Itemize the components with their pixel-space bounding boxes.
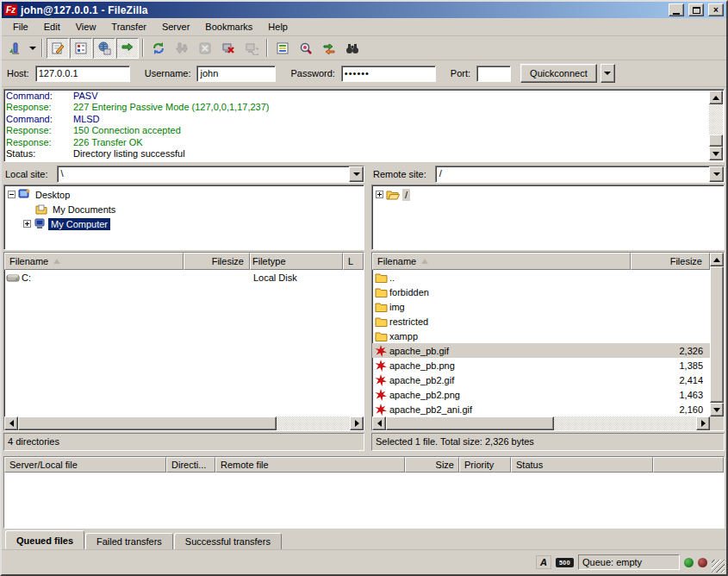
file-row[interactable]: img [372, 299, 710, 314]
local-site-combobox[interactable]: \ [57, 166, 364, 183]
toggle-queue-button[interactable] [116, 38, 139, 59]
local-directory-tree[interactable]: Desktop My Documents My Computer [3, 185, 364, 250]
image-file-icon [375, 374, 387, 386]
local-horizontal-scrollbar[interactable] [4, 416, 364, 430]
scroll-down-button[interactable] [709, 147, 723, 160]
column-header-remote-file[interactable]: Remote file [215, 457, 405, 473]
scrollbar-thumb[interactable] [709, 135, 723, 147]
chevron-down-icon [713, 172, 720, 176]
collapse-icon[interactable] [8, 191, 16, 198]
scroll-left-button[interactable] [372, 416, 386, 430]
host-input[interactable] [35, 66, 130, 82]
local-list-body[interactable]: C: Local Disk [4, 270, 364, 416]
directory-comparison-button[interactable] [295, 38, 317, 59]
process-queue-button[interactable] [171, 38, 193, 59]
scrollbar-thumb[interactable] [710, 266, 724, 403]
scroll-up-button[interactable] [709, 91, 723, 104]
menu-server[interactable]: Server [154, 19, 197, 34]
column-header-filetype[interactable]: Filetype [250, 253, 343, 270]
file-row[interactable]: xampp [372, 329, 710, 343]
cancel-operation-button[interactable] [194, 38, 216, 59]
column-header-filename[interactable]: Filename [372, 253, 631, 270]
message-log[interactable]: Command:PASV Response:227 Entering Passi… [3, 89, 725, 162]
queue-body[interactable] [4, 473, 724, 528]
username-input[interactable] [196, 66, 276, 82]
tree-item-root[interactable]: / [376, 187, 724, 202]
log-vertical-scrollbar[interactable] [709, 91, 723, 160]
directory-comparison-icon [299, 41, 313, 55]
scroll-right-button[interactable] [350, 416, 364, 430]
password-input[interactable] [341, 66, 436, 82]
tree-item-desktop[interactable]: Desktop [8, 187, 364, 202]
file-row-c-drive[interactable]: C: Local Disk [4, 270, 364, 285]
speed-limits-icon[interactable]: 500 [556, 558, 574, 567]
refresh-button[interactable] [147, 38, 170, 59]
menu-view[interactable]: View [68, 19, 104, 34]
column-header-filesize[interactable]: Filesize [184, 253, 250, 270]
scroll-right-button[interactable] [696, 416, 710, 430]
remote-site-combobox[interactable]: / [435, 166, 725, 183]
file-row[interactable]: .. [372, 270, 710, 285]
local-site-dropdown-button[interactable] [349, 166, 364, 182]
synchronized-browsing-button[interactable] [318, 38, 340, 59]
menu-help[interactable]: Help [260, 19, 296, 34]
remote-directory-tree[interactable]: / [371, 185, 725, 250]
tree-item-my-documents[interactable]: My Documents [8, 202, 364, 216]
scroll-down-button[interactable] [710, 403, 724, 416]
minimize-button[interactable] [669, 3, 684, 16]
menu-bookmarks[interactable]: Bookmarks [197, 19, 260, 34]
column-header-filesize[interactable]: Filesize [631, 253, 710, 270]
column-header-priority[interactable]: Priority [459, 457, 511, 473]
expand-icon[interactable] [23, 220, 31, 228]
file-row[interactable]: forbidden [372, 285, 710, 299]
scroll-up-button[interactable] [710, 253, 724, 266]
tab-queued-files[interactable]: Queued files [5, 530, 84, 549]
column-header-status[interactable]: Status [511, 457, 653, 473]
find-files-button[interactable] [341, 38, 364, 59]
site-manager-button[interactable] [3, 38, 26, 59]
expand-icon[interactable] [376, 191, 383, 198]
file-row-selected[interactable]: apache_pb.gif2,326 [372, 343, 710, 358]
transfer-type-indicator-icon[interactable]: A [536, 555, 551, 569]
close-button[interactable]: × [708, 3, 724, 16]
tab-failed-transfers[interactable]: Failed transfers [85, 533, 173, 549]
resize-grip[interactable] [712, 560, 725, 573]
remote-site-dropdown-button[interactable] [709, 166, 724, 182]
toggle-message-log-button[interactable] [47, 38, 69, 59]
tree-item-my-computer[interactable]: My Computer [8, 216, 364, 231]
tab-successful-transfers[interactable]: Successful transfers [174, 533, 282, 549]
menu-file[interactable]: File [5, 19, 36, 34]
column-header-filename[interactable]: Filename [4, 253, 184, 270]
remote-horizontal-scrollbar[interactable] [372, 416, 710, 430]
scrollbar-thumb[interactable] [386, 416, 554, 430]
column-header-size[interactable]: Size [405, 457, 459, 473]
column-header-server-local-file[interactable]: Server/Local file [4, 457, 166, 473]
scroll-left-button[interactable] [4, 416, 18, 430]
port-input[interactable] [476, 66, 511, 82]
menu-transfer[interactable]: Transfer [103, 19, 154, 34]
file-row[interactable]: apache_pb2.gif2,414 [372, 373, 710, 387]
column-header-last-modified[interactable]: L [343, 253, 364, 270]
reconnect-button[interactable] [240, 38, 263, 59]
tree-item-label: My Documents [50, 203, 118, 216]
remote-list-body[interactable]: .. forbidden img restricted [372, 270, 710, 416]
toggle-local-tree-button[interactable] [70, 38, 92, 59]
password-label: Password: [290, 68, 334, 78]
filter-button[interactable] [271, 38, 294, 59]
site-manager-dropdown[interactable] [27, 38, 38, 59]
menu-edit[interactable]: Edit [36, 19, 68, 34]
file-row[interactable]: apache_pb.png1,385 [372, 358, 710, 373]
log-entry: Command:PASV [6, 91, 708, 102]
quickconnect-dropdown[interactable] [600, 64, 615, 83]
file-row[interactable]: apache_pb2_ani.gif2,160 [372, 402, 710, 416]
toggle-remote-tree-button[interactable] [93, 38, 115, 59]
column-header-filler [653, 457, 724, 473]
scrollbar-thumb[interactable] [18, 416, 277, 430]
quickconnect-button[interactable]: Quickconnect [520, 64, 597, 83]
file-row[interactable]: apache_pb2.png1,463 [372, 387, 710, 402]
remote-vertical-scrollbar[interactable] [710, 253, 724, 416]
maximize-button[interactable] [688, 3, 704, 16]
file-row[interactable]: restricted [372, 314, 710, 329]
column-header-direction[interactable]: Directi... [166, 457, 215, 473]
disconnect-button[interactable] [217, 38, 240, 59]
